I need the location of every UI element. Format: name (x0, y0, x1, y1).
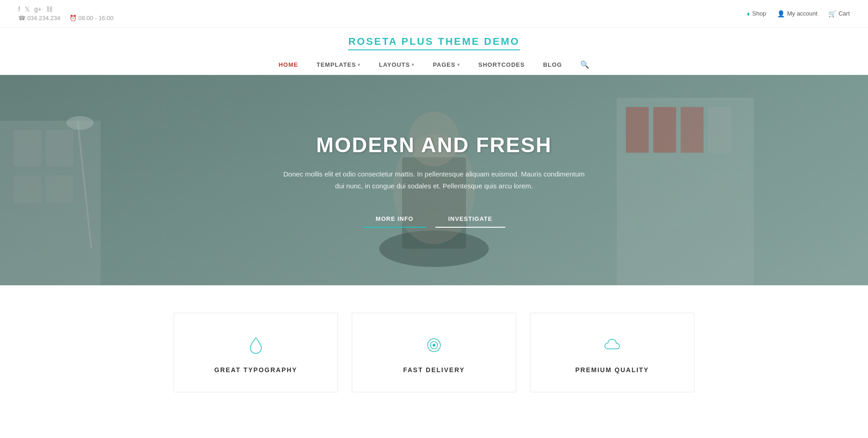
my-account-link[interactable]: 👤 My account (777, 10, 817, 17)
more-info-button[interactable]: MORE INFO (363, 210, 426, 228)
cart-icon: 🛒 (828, 10, 836, 17)
nav-shortcodes[interactable]: SHORTCODES (478, 61, 525, 68)
feature-card-quality: PREMIUM QUALITY (530, 313, 694, 392)
social-icons: f 𝕏 g+ ⛓ (18, 5, 113, 13)
site-logo[interactable]: ROSETA PLUS THEME DEMO (348, 36, 519, 50)
top-bar: f 𝕏 g+ ⛓ ☎ 034.234.234 ⏰ 08:00 - 16:00 ♦… (0, 0, 868, 27)
nav-templates[interactable]: TEMPLATES ▾ (317, 61, 361, 68)
shop-link[interactable]: ♦ Shop (746, 10, 766, 17)
svg-point-20 (433, 344, 435, 347)
cart-link[interactable]: 🛒 Cart (828, 10, 850, 17)
investigate-button[interactable]: INVESTIGATE (435, 210, 505, 228)
phone-icon: ☎ (18, 15, 26, 21)
hours: ⏰ 08:00 - 16:00 (69, 15, 113, 21)
feature-title-delivery: FAST DELIVERY (403, 366, 465, 374)
cloud-icon (603, 336, 621, 357)
hero-subtitle: Donec mollis elit et odio consectetur ma… (283, 168, 585, 192)
nav-blog[interactable]: BLOG (543, 61, 562, 68)
contact-info: ☎ 034.234.234 ⏰ 08:00 - 16:00 (18, 15, 113, 21)
hero-title: MODERN AND FRESH (283, 133, 585, 157)
search-icon[interactable]: 🔍 (580, 60, 589, 69)
chevron-down-icon: ▾ (358, 62, 360, 67)
hero-section: MODERN AND FRESH Donec mollis elit et od… (0, 75, 868, 285)
feature-title-quality: PREMIUM QUALITY (575, 366, 649, 374)
drop-icon (247, 336, 265, 357)
chevron-down-icon: ▾ (457, 62, 460, 67)
twitter-icon[interactable]: 𝕏 (25, 5, 30, 13)
nav-pages[interactable]: PAGES ▾ (433, 61, 460, 68)
chevron-down-icon: ▾ (412, 62, 414, 67)
main-nav: HOME TEMPLATES ▾ LAYOUTS ▾ PAGES ▾ SHORT… (0, 55, 868, 75)
hero-content: MODERN AND FRESH Donec mollis elit et od… (265, 133, 603, 228)
feature-title-typography: GREAT TYPOGRAPHY (214, 366, 297, 374)
target-icon (425, 336, 443, 357)
link-icon[interactable]: ⛓ (46, 5, 53, 13)
shop-icon: ♦ (746, 10, 750, 17)
top-bar-right: ♦ Shop 👤 My account 🛒 Cart (746, 10, 850, 17)
feature-card-delivery: FAST DELIVERY (352, 313, 516, 392)
nav-layouts[interactable]: LAYOUTS ▾ (379, 61, 414, 68)
top-bar-left: f 𝕏 g+ ⛓ ☎ 034.234.234 ⏰ 08:00 - 16:00 (18, 5, 113, 21)
logo-bar: ROSETA PLUS THEME DEMO (0, 27, 868, 55)
hero-buttons: MORE INFO INVESTIGATE (283, 210, 585, 228)
feature-card-typography: GREAT TYPOGRAPHY (174, 313, 338, 392)
nav-home[interactable]: HOME (279, 61, 298, 68)
clock-icon: ⏰ (69, 15, 77, 21)
user-icon: 👤 (777, 10, 785, 17)
googleplus-icon[interactable]: g+ (34, 5, 42, 13)
features-section: GREAT TYPOGRAPHY FAST DELIVERY PREMIUM Q… (0, 285, 868, 411)
phone-number: ☎ 034.234.234 (18, 15, 60, 21)
facebook-icon[interactable]: f (18, 5, 20, 13)
